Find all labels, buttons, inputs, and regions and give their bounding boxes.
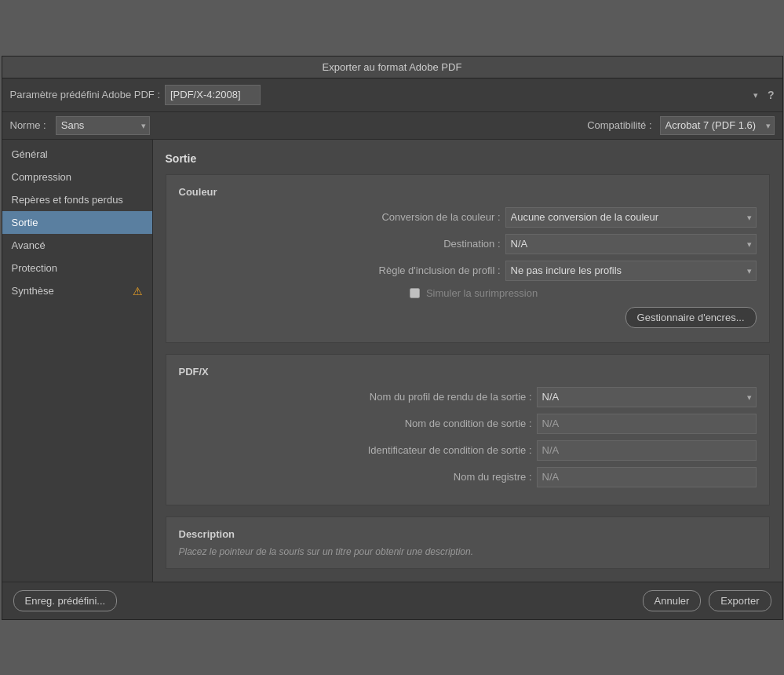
sidebar-item-sortie[interactable]: Sortie [2,211,152,234]
conversion-label: Conversion de la couleur : [381,211,500,223]
regle-row: Règle d'inclusion de profil : Ne pas inc… [179,261,757,281]
profil-label: Nom du profil de rendu de la sortie : [370,391,532,403]
dialog: Exporter au format Adobe PDF Paramètre p… [2,56,783,620]
norme-select-wrap: Sans [56,116,150,135]
sidebar-item-protection[interactable]: Protection [2,257,152,279]
enreg-button[interactable]: Enreg. prédéfini... [13,590,118,611]
destination-select[interactable]: N/A [505,234,757,254]
titlebar: Exporter au format Adobe PDF [2,57,782,78]
sidebar-item-reperes-label: Repères et fonds perdus [12,194,123,206]
second-bar: Norme : Sans Compatibilité : Acrobat 7 (… [2,112,782,140]
sidebar-item-avance-label: Avancé [12,239,46,251]
compat-label: Compatibilité : [587,119,651,131]
description-text: Placez le pointeur de la souris sur un t… [179,546,757,557]
norme-select[interactable]: Sans [56,116,150,135]
sidebar-item-general-label: Général [12,148,48,160]
regle-select[interactable]: Ne pas inclure les profils [505,261,757,281]
compat-group: Compatibilité : Acrobat 7 (PDF 1.6) [587,116,774,135]
profil-select-wrap: N/A [537,387,757,407]
sidebar-item-avance[interactable]: Avancé [2,234,152,257]
main-area: Général Compression Repères et fonds per… [2,140,782,582]
destination-select-wrap: N/A [505,234,757,254]
pdfx-panel-header: PDF/X [179,366,757,378]
preset-label: Paramètre prédéfini Adobe PDF : [10,89,161,100]
annuler-button[interactable]: Annuler [643,590,702,611]
preset-select-wrap: [PDF/X-4:2008] [165,85,763,105]
conversion-select-wrap: Aucune conversion de la couleur [505,207,757,228]
profil-row: Nom du profil de rendu de la sortie : N/… [179,387,757,407]
sidebar-item-reperes[interactable]: Repères et fonds perdus [2,188,152,211]
conversion-row: Conversion de la couleur : Aucune conver… [179,207,757,228]
warning-icon: ⚠ [133,285,143,297]
identifiant-value: N/A [537,440,757,461]
sidebar-item-protection-label: Protection [12,262,58,274]
pdfx-panel: PDF/X Nom du profil de rendu de la sorti… [166,354,770,505]
checkbox-row: Simuler la surimpression [410,287,757,299]
couleur-panel-header: Couleur [179,186,757,198]
condition-row: Nom de condition de sortie : N/A [179,414,757,434]
bottom-left: Enreg. prédéfini... [13,590,118,611]
page-title: Sortie [166,152,770,165]
registre-label: Nom du registre : [454,471,532,483]
sidebar-item-compression[interactable]: Compression [2,166,152,188]
simuler-checkbox[interactable] [410,288,420,298]
dialog-title: Exporter au format Adobe PDF [323,61,462,73]
top-bar: Paramètre prédéfini Adobe PDF : [PDF/X-4… [2,78,782,112]
registre-value: N/A [537,467,757,487]
compat-select-wrap: Acrobat 7 (PDF 1.6) [660,116,775,135]
gestionnaire-button[interactable]: Gestionnaire d'encres... [625,307,757,328]
regle-label: Règle d'inclusion de profil : [379,265,501,276]
norme-label: Norme : [10,119,46,131]
sidebar-item-compression-label: Compression [12,171,72,183]
sidebar-item-general[interactable]: Général [2,143,152,166]
sidebar-item-synthese-label: Synthèse [12,285,54,297]
sidebar: Général Compression Repères et fonds per… [2,140,153,582]
regle-select-wrap: Ne pas inclure les profils [505,261,757,281]
condition-label: Nom de condition de sortie : [405,418,532,429]
couleur-panel: Couleur Conversion de la couleur : Aucun… [166,174,770,343]
description-title: Description [179,528,757,540]
conversion-select[interactable]: Aucune conversion de la couleur [505,207,757,228]
destination-label: Destination : [443,238,500,250]
compat-select[interactable]: Acrobat 7 (PDF 1.6) [660,116,775,135]
exporter-button[interactable]: Exporter [709,590,771,611]
sidebar-item-synthese[interactable]: Synthèse ⚠ [2,279,152,303]
identifiant-row: Identificateur de condition de sortie : … [179,440,757,461]
question-mark-icon[interactable]: ? [768,89,775,101]
bottom-bar: Enreg. prédéfini... Annuler Exporter [2,582,782,619]
profil-select[interactable]: N/A [537,387,757,407]
simuler-label: Simuler la surimpression [426,287,538,299]
content-area: Sortie Couleur Conversion de la couleur … [153,140,782,582]
bottom-right: Annuler Exporter [643,590,771,611]
sidebar-item-sortie-label: Sortie [12,217,38,228]
preset-select[interactable]: [PDF/X-4:2008] [165,85,261,105]
description-panel: Description Placez le pointeur de la sou… [166,516,770,569]
registre-row: Nom du registre : N/A [179,467,757,487]
identifiant-label: Identificateur de condition de sortie : [368,444,532,456]
condition-value: N/A [537,414,757,434]
gestionnaire-button-row: Gestionnaire d'encres... [179,307,757,328]
destination-row: Destination : N/A [179,234,757,254]
